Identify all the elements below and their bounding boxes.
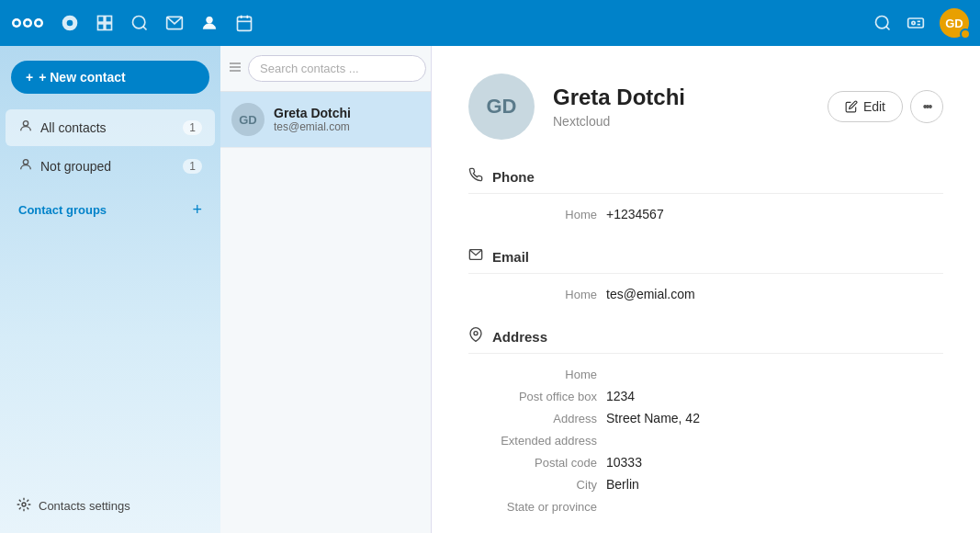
address-pobox-label: Post office box <box>468 389 597 403</box>
svg-point-23 <box>912 21 915 24</box>
address-section-title: Address <box>492 329 547 345</box>
phone-home-row: Home +1234567 <box>468 207 943 221</box>
contact-list-panel: GD Greta Dotchi tes@emial.com <box>220 46 432 533</box>
search-nav-icon[interactable] <box>130 14 149 32</box>
phone-icon <box>468 167 483 186</box>
address-pobox-value: 1234 <box>606 389 943 403</box>
home-icon[interactable] <box>61 14 79 32</box>
edit-button[interactable]: Edit <box>828 91 903 122</box>
topbar-left <box>11 12 253 34</box>
address-postal-value: 10333 <box>606 455 943 470</box>
detail-contact-org: Nextcloud <box>553 114 809 129</box>
edit-label: Edit <box>863 99 885 114</box>
svg-point-4 <box>26 21 30 26</box>
sidebar-bottom: Contacts settings <box>0 479 220 533</box>
address-postal-row: Postal code 10333 <box>468 455 943 470</box>
phone-section: Phone Home +1234567 <box>468 167 943 221</box>
svg-line-13 <box>143 27 147 30</box>
svg-point-5 <box>37 21 41 26</box>
sidebar-item-all-contacts[interactable]: All contacts 1 <box>6 109 215 146</box>
not-grouped-icon <box>18 157 33 176</box>
phone-home-label: Home <box>468 207 597 221</box>
phone-section-title: Phone <box>492 169 535 185</box>
email-home-row: Home tes@emial.com <box>468 287 943 301</box>
address-home-row: Home <box>468 367 943 381</box>
svg-point-3 <box>15 21 19 26</box>
svg-rect-8 <box>98 17 105 23</box>
email-home-label: Home <box>468 287 597 301</box>
address-home-label: Home <box>468 367 597 381</box>
settings-label: Contacts settings <box>39 499 130 513</box>
sidebar-all-contacts-label: All contacts <box>40 120 175 135</box>
detail-avatar: GD <box>468 74 535 140</box>
svg-line-21 <box>886 27 890 30</box>
address-city-label: City <box>468 477 597 492</box>
svg-point-12 <box>133 17 145 28</box>
app-logo[interactable] <box>11 12 44 34</box>
email-section-title-row: Email <box>468 247 943 274</box>
svg-rect-16 <box>238 17 252 30</box>
more-options-button[interactable]: ••• <box>910 90 943 123</box>
email-section: Email Home tes@emial.com <box>468 247 943 301</box>
address-street-row: Address Street Name, 42 <box>468 411 943 425</box>
avatar-badge <box>960 28 971 40</box>
email-home-value: tes@emial.com <box>606 287 943 301</box>
contact-info-small: Greta Dotchi tes@emial.com <box>274 106 420 133</box>
notifications-icon[interactable] <box>907 14 925 32</box>
topbar-right: GD <box>873 8 969 38</box>
svg-point-26 <box>23 121 28 126</box>
address-extended-row: Extended address <box>468 433 943 448</box>
search-topbar-icon[interactable] <box>873 14 892 32</box>
sidebar-all-contacts-count: 1 <box>183 120 202 135</box>
phone-section-title-row: Phone <box>468 167 943 194</box>
add-group-button[interactable]: + <box>192 200 202 220</box>
svg-rect-9 <box>106 17 112 23</box>
search-input[interactable] <box>248 55 426 82</box>
contacts-nav-icon[interactable] <box>200 14 219 32</box>
phone-home-value: +1234567 <box>606 207 943 221</box>
svg-point-33 <box>474 332 478 335</box>
address-postal-label: Postal code <box>468 455 597 470</box>
mail-nav-icon[interactable] <box>165 14 184 32</box>
more-dots-icon: ••• <box>923 99 931 114</box>
settings-icon <box>17 497 31 515</box>
detail-name-area: Greta Dotchi Nextcloud <box>553 85 809 129</box>
detail-header: GD Greta Dotchi Nextcloud Edit ••• <box>468 74 943 140</box>
address-city-value: Berlin <box>606 477 943 492</box>
address-section: Address Home Post office box 1234 Addres… <box>468 327 943 514</box>
address-extended-label: Extended address <box>468 433 597 448</box>
calendar-nav-icon[interactable] <box>235 14 253 32</box>
sidebar: + + New contact All contacts 1 Not group… <box>0 46 220 533</box>
email-section-title: Email <box>492 249 529 265</box>
contact-name-small: Greta Dotchi <box>274 106 420 120</box>
main-layout: + + New contact All contacts 1 Not group… <box>0 46 980 533</box>
contact-groups-header[interactable]: Contact groups + <box>6 191 215 229</box>
toggle-sidebar-button[interactable] <box>228 60 242 77</box>
contact-avatar-small: GD <box>231 103 265 136</box>
contact-list: GD Greta Dotchi tes@emial.com <box>220 92 431 533</box>
topbar: GD <box>0 0 980 46</box>
new-contact-button[interactable]: + + New contact <box>11 61 209 94</box>
address-street-value: Street Name, 42 <box>606 411 943 425</box>
address-state-label: State or province <box>468 499 597 514</box>
address-state-row: State or province <box>468 499 943 514</box>
sidebar-item-not-grouped[interactable]: Not grouped 1 <box>6 148 215 185</box>
user-avatar[interactable]: GD <box>940 8 969 38</box>
contact-item[interactable]: GD Greta Dotchi tes@emial.com <box>220 92 431 148</box>
address-pobox-row: Post office box 1234 <box>468 389 943 403</box>
svg-point-27 <box>23 160 28 164</box>
address-section-title-row: Address <box>468 327 943 354</box>
address-city-row: City Berlin <box>468 477 943 492</box>
svg-point-7 <box>67 20 73 27</box>
svg-rect-11 <box>106 24 112 30</box>
svg-rect-10 <box>98 24 105 30</box>
svg-point-15 <box>207 17 213 23</box>
contact-email-small: tes@emial.com <box>274 120 420 133</box>
files-icon[interactable] <box>96 14 114 32</box>
address-icon <box>468 327 483 346</box>
contacts-settings-link[interactable]: Contacts settings <box>11 490 209 522</box>
svg-point-20 <box>876 17 888 28</box>
sidebar-not-grouped-count: 1 <box>183 159 202 174</box>
detail-contact-name: Greta Dotchi <box>553 85 809 110</box>
detail-actions: Edit ••• <box>828 90 943 123</box>
